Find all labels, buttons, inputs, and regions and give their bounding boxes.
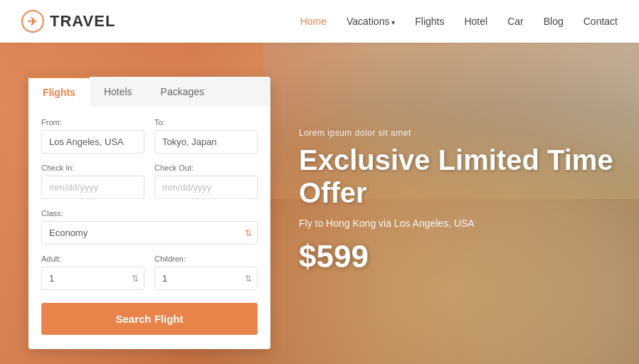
adult-label: Adult: — [41, 255, 144, 263]
adult-children-row: Adult: Children: — [41, 255, 258, 290]
class-select-wrapper: Economy Business First Class — [41, 221, 258, 245]
hero-subtitle: Lorem ipsum dolor sit amet — [299, 128, 625, 138]
checkin-checkout-row: Check In: Check Out: — [41, 164, 258, 199]
adult-input[interactable] — [41, 267, 144, 290]
nav-item-contact[interactable]: Contact — [583, 16, 618, 27]
adult-spinner-wrapper — [41, 267, 144, 290]
nav-item-car[interactable]: Car — [507, 16, 524, 27]
header: ✈ TRAVEL Home Vacations Flights Hotel Ca… — [0, 0, 639, 43]
tab-hotels[interactable]: Hotels — [90, 77, 147, 107]
logo-text: TRAVEL — [50, 12, 115, 31]
plane-icon: ✈ — [28, 15, 38, 28]
nav-item-blog[interactable]: Blog — [544, 16, 564, 27]
hero-price: $599 — [299, 239, 625, 274]
checkin-input[interactable] — [41, 176, 144, 199]
checkout-input[interactable] — [154, 176, 258, 199]
nav-item-flights[interactable]: Flights — [415, 16, 444, 27]
main-nav: Home Vacations Flights Hotel Car Blog Co… — [300, 16, 618, 27]
to-label: To: — [154, 118, 258, 127]
children-label: Children: — [154, 255, 258, 263]
children-group: Children: — [154, 255, 258, 290]
checkin-group: Check In: — [41, 164, 144, 199]
nav-item-home[interactable]: Home — [300, 16, 327, 27]
from-to-row: From: To: — [41, 118, 258, 154]
nav-item-vacations[interactable]: Vacations — [347, 16, 395, 27]
from-input[interactable] — [41, 130, 144, 154]
tab-bar: Flights Hotels Packages — [28, 77, 270, 107]
checkin-label: Check In: — [41, 164, 144, 172]
logo[interactable]: ✈ TRAVEL — [21, 10, 115, 33]
class-select[interactable]: Economy Business First Class — [41, 221, 258, 245]
class-row: Class: Economy Business First Class — [41, 209, 258, 245]
form-body: From: To: Check In: Check Out: Class: — [28, 107, 270, 349]
checkout-group: Check Out: — [154, 164, 258, 199]
to-input[interactable] — [154, 130, 258, 154]
hero-content: Lorem ipsum dolor sit amet Exclusive Lim… — [299, 128, 625, 274]
from-group: From: — [41, 118, 144, 154]
hero-title: Exclusive Limited Time Offer — [299, 144, 625, 209]
class-group: Class: Economy Business First Class — [41, 209, 258, 245]
children-spinner-wrapper — [154, 267, 258, 290]
search-flight-button[interactable]: Search Flight — [41, 303, 258, 335]
to-group: To: — [154, 118, 258, 154]
from-label: From: — [41, 118, 144, 127]
tab-flights[interactable]: Flights — [28, 77, 90, 107]
logo-icon: ✈ — [21, 10, 44, 33]
adult-group: Adult: — [41, 255, 144, 290]
nav-item-hotel[interactable]: Hotel — [464, 16, 487, 27]
children-input[interactable] — [154, 267, 258, 290]
tab-packages[interactable]: Packages — [147, 77, 218, 107]
hero-description: Fly to Hong Kong via Los Angeles, USA — [299, 218, 625, 229]
checkout-label: Check Out: — [154, 164, 258, 172]
class-label: Class: — [41, 209, 258, 218]
search-panel: Flights Hotels Packages From: To: Check … — [28, 77, 270, 349]
